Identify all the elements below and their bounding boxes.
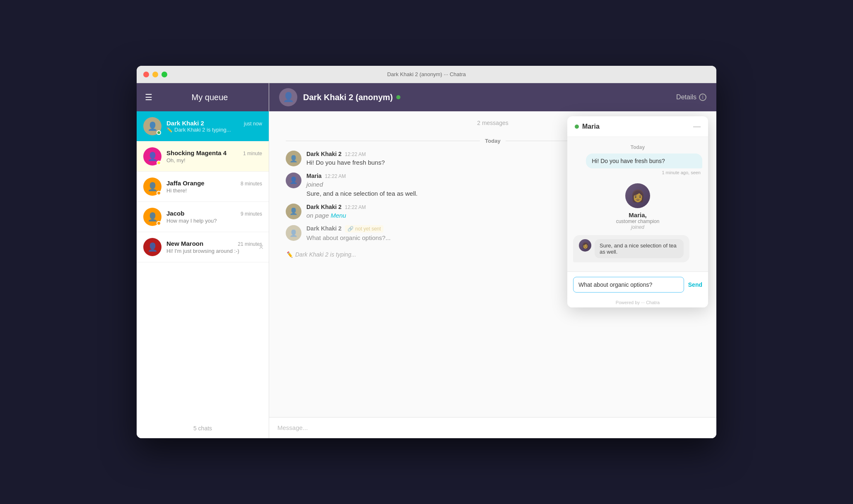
chat-header-avatar: 👤 <box>279 88 297 106</box>
message-sender: Dark Khaki 2 <box>306 204 342 210</box>
chat-name-row: Jacob 9 minutes <box>166 210 262 217</box>
agent-portrait-icon: 👩 <box>582 242 589 249</box>
app-window: Dark Khaki 2 (anonym) ··· Chatra ☰ My qu… <box>137 66 716 438</box>
sidebar-header: ☰ My queue <box>137 83 269 111</box>
widget-agent-display-name: Maria, <box>629 211 646 218</box>
message-input[interactable] <box>277 424 708 431</box>
minimize-button[interactable] <box>152 72 158 77</box>
widget-agent-avatar: 👩 <box>625 183 650 208</box>
widget-agent-role: customer champion <box>616 218 660 224</box>
hamburger-icon[interactable]: ☰ <box>145 92 152 102</box>
message-avatar: 👤 <box>286 225 301 241</box>
details-button[interactable]: Details i <box>676 94 706 101</box>
chats-count: 5 chats <box>137 418 269 438</box>
message-sender: Maria <box>306 173 322 179</box>
avatar: 👤 <box>143 208 161 226</box>
message-time: 12:22 AM <box>345 151 366 157</box>
chat-name-row: Dark Khaki 2 just now <box>166 120 262 127</box>
visitor-icon: 👤 <box>289 207 298 215</box>
widget-panel: Maria — Today Hi! Do you have fresh buns… <box>567 116 708 307</box>
user-icon: 👤 <box>147 242 158 252</box>
widget-agent-name: Maria <box>582 123 690 130</box>
close-button[interactable] <box>143 72 149 77</box>
message-avatar: 👤 <box>286 151 301 166</box>
widget-agent-bubble-text: Sure, and a nice selection of tea as wel… <box>595 239 684 258</box>
chat-name-row: Shocking Magenta 4 1 minute <box>166 149 262 156</box>
widget-agent-info: 👩 Maria, customer champion joined <box>573 178 702 235</box>
widget-footer: Powered by ··· Chatra <box>567 298 708 307</box>
traffic-lights <box>143 72 167 77</box>
message-avatar-agent: 👤 <box>286 173 301 188</box>
chat-time: 1 minute <box>243 151 262 156</box>
close-chat-button[interactable]: ✕ <box>258 243 264 251</box>
chat-item-jacob[interactable]: 👤 Jacob 9 minutes How may I help you? <box>137 202 269 232</box>
message-status: 🔗 not yet sent <box>345 225 383 233</box>
chat-name: Jacob <box>166 210 184 217</box>
chat-preview: Hi! I'm just browsing around :-) <box>166 248 239 254</box>
visitor-icon: 👤 <box>289 155 298 163</box>
visitor-icon: 👤 <box>289 229 298 237</box>
chat-info: Dark Khaki 2 just now ✏️ Dark Khaki 2 is… <box>166 120 262 133</box>
widget-messages: Today Hi! Do you have fresh buns? 1 minu… <box>567 137 708 271</box>
avatar: 👤 <box>143 147 161 166</box>
widget-input[interactable] <box>573 277 684 293</box>
chat-item-jaffa-orange[interactable]: 👤 Jaffa Orange 8 minutes Hi there! <box>137 172 269 202</box>
user-icon: 👤 <box>147 151 158 161</box>
chat-item-shocking-magenta[interactable]: 👤 Shocking Magenta 4 1 minute Oh, my! <box>137 142 269 172</box>
link-icon: 🔗 <box>347 226 354 232</box>
message-time: 12:22 AM <box>325 173 346 179</box>
avatar: 👤 <box>143 117 161 135</box>
chat-name: New Maroon <box>166 240 203 247</box>
chat-info: Shocking Magenta 4 1 minute Oh, my! <box>166 149 262 164</box>
widget-header: Maria — <box>567 116 708 137</box>
typing-pencil-icon: ✏️ <box>286 251 293 258</box>
typing-text: Dark Khaki 2 is typing... <box>295 251 356 258</box>
user-icon: 👤 <box>147 121 158 131</box>
chat-time: 9 minutes <box>241 211 262 217</box>
status-text: not yet sent <box>355 226 381 232</box>
message-sender: Dark Khaki 2 <box>306 151 342 157</box>
widget-bubble-meta: 1 minute ago, seen <box>573 170 701 175</box>
online-indicator <box>157 161 161 165</box>
maximize-button[interactable] <box>161 72 167 77</box>
message-time: 12:22 AM <box>345 204 366 210</box>
avatar: 👤 <box>143 178 161 196</box>
online-indicator <box>157 221 161 226</box>
info-icon: i <box>699 94 706 101</box>
message-input-area <box>269 417 716 438</box>
avatar: 👤 <box>143 238 161 256</box>
chat-name: Shocking Magenta 4 <box>166 149 227 156</box>
window-title: Dark Khaki 2 (anonym) ··· Chatra <box>387 71 466 77</box>
page-text: on page <box>306 212 329 219</box>
widget-input-area: Send <box>567 271 708 298</box>
avatar-placeholder-icon: 👤 <box>283 92 294 103</box>
chat-item-new-maroon[interactable]: 👤 New Maroon 21 minutes Hi! I'm just bro… <box>137 232 269 262</box>
page-link[interactable]: Menu <box>330 212 346 219</box>
chat-time: 8 minutes <box>241 181 262 187</box>
chat-preview: Hi there! <box>166 187 187 194</box>
widget-day-divider: Today <box>573 144 702 150</box>
app-layout: ☰ My queue 👤 Dark Khaki 2 just now <box>137 83 716 438</box>
chat-item-dark-khaki-2[interactable]: 👤 Dark Khaki 2 just now ✏️ Dark Khaki 2 … <box>137 111 269 142</box>
title-bar: Dark Khaki 2 (anonym) ··· Chatra <box>137 66 716 83</box>
details-label: Details <box>676 94 696 101</box>
widget-online-dot <box>575 125 579 129</box>
agent-icon: 👤 <box>289 176 298 184</box>
chat-list: 👤 Dark Khaki 2 just now ✏️ Dark Khaki 2 … <box>137 111 269 418</box>
widget-minimize-button[interactable]: — <box>693 122 701 131</box>
widget-send-button[interactable]: Send <box>688 281 702 288</box>
message-avatar: 👤 <box>286 204 301 219</box>
chat-info: Jacob 9 minutes How may I help you? <box>166 210 262 224</box>
widget-agent-avatar-inner: 👩 <box>625 183 650 208</box>
widget-agent-joined: joined <box>631 224 644 230</box>
sidebar-title: My queue <box>159 93 260 102</box>
chat-name: Dark Khaki 2 <box>166 120 204 127</box>
day-divider-line <box>286 141 480 141</box>
widget-agent-bubble-avatar: 👩 <box>579 239 591 252</box>
pencil-icon: ✏️ <box>166 127 173 133</box>
widget-bubble-text-wrap: Sure, and a nice selection of tea as wel… <box>595 239 684 258</box>
chat-header: 👤 Dark Khaki 2 (anonym) Details i <box>269 83 716 111</box>
online-indicator <box>157 191 161 195</box>
widget-agent-bubble-avatar-inner: 👩 <box>579 239 591 252</box>
online-dot-header <box>396 95 400 99</box>
